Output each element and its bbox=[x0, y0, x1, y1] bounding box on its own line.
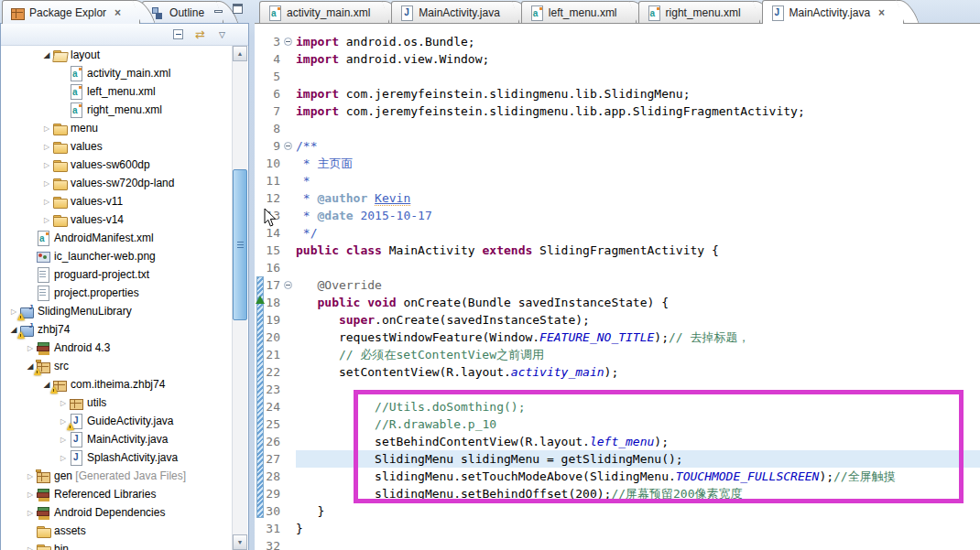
tree-item-com-itheima-zhbj74[interactable]: ◢com.itheima.zhbj74 bbox=[1, 375, 248, 394]
tree-item-menu[interactable]: ▷menu bbox=[1, 119, 248, 137]
editor-tab-left-menu-xml[interactable]: left_menu.xml bbox=[521, 1, 637, 24]
line-number[interactable]: 10 bbox=[255, 155, 282, 172]
line-number[interactable]: 32 bbox=[255, 537, 282, 550]
tree-item-bin[interactable]: ▷bin bbox=[1, 540, 248, 550]
code-line-22[interactable]: 22 setContentView(R.layout.activity_main… bbox=[255, 363, 980, 381]
line-number[interactable]: 11 bbox=[255, 172, 282, 189]
line-number[interactable]: 29 bbox=[255, 485, 282, 502]
editor-tab-activity-main-xml[interactable]: activity_main.xml bbox=[259, 1, 389, 24]
code-line-3[interactable]: 3import android.os.Bundle; bbox=[255, 33, 980, 50]
tree-item-referenced-libraries[interactable]: ▷Referenced Libraries bbox=[1, 485, 248, 503]
line-number[interactable]: 8 bbox=[255, 120, 282, 137]
line-number[interactable]: 21 bbox=[255, 346, 282, 363]
code-line-8[interactable]: 8 bbox=[255, 120, 980, 137]
code-line-5[interactable]: 5 bbox=[255, 68, 980, 85]
tree-item-src[interactable]: ◢src bbox=[1, 357, 248, 375]
code-line-32[interactable]: 32 bbox=[255, 537, 980, 550]
code-line-24[interactable]: 24 //Utils.doSomthing(); bbox=[255, 398, 980, 415]
tree-expand-arrow[interactable]: ▷ bbox=[41, 179, 52, 188]
line-number[interactable]: 26 bbox=[255, 433, 282, 450]
line-number[interactable]: 17 bbox=[255, 276, 282, 294]
code-line-9[interactable]: 9/** bbox=[255, 137, 980, 155]
line-number[interactable]: 19 bbox=[255, 311, 282, 329]
line-number[interactable]: 6 bbox=[255, 85, 282, 102]
tree-item-ic-launcher-web-png[interactable]: ic_launcher-web.png bbox=[1, 247, 248, 265]
java-editor[interactable]: 3import android.os.Bundle;4import androi… bbox=[255, 23, 980, 550]
line-number[interactable]: 30 bbox=[255, 502, 282, 520]
code-line-21[interactable]: 21 // 必须在setContentView之前调用 bbox=[255, 346, 980, 363]
line-number[interactable]: 20 bbox=[255, 329, 282, 346]
tree-expand-arrow[interactable]: ▷ bbox=[25, 491, 36, 499]
line-number[interactable]: 7 bbox=[255, 102, 282, 120]
tree-item-values-v11[interactable]: ▷values-v11 bbox=[1, 192, 248, 210]
tree-expand-arrow[interactable]: ▷ bbox=[25, 344, 36, 352]
scroll-up-button[interactable]: ▲ bbox=[233, 46, 247, 61]
line-number[interactable]: 23 bbox=[255, 381, 282, 398]
view-tab-package-explor[interactable]: Package Explor× bbox=[2, 0, 140, 24]
code-line-13[interactable]: 13 * @date 2015-10-17 bbox=[255, 207, 980, 224]
link-with-editor-button[interactable]: ⇄ bbox=[192, 27, 208, 42]
line-number[interactable]: 9 bbox=[255, 137, 282, 155]
tree-item-project-properties[interactable]: project.properties bbox=[1, 284, 248, 302]
line-number[interactable]: 5 bbox=[255, 68, 282, 85]
editor-tab-mainactivity-java[interactable]: MainActivity.java bbox=[391, 1, 518, 24]
code-line-14[interactable]: 14 */ bbox=[255, 224, 980, 242]
tree-item-values-sw720dp-land[interactable]: ▷values-sw720dp-land bbox=[1, 174, 248, 192]
tree-item-values-sw600dp[interactable]: ▷values-sw600dp bbox=[1, 156, 248, 174]
tree-item-androidmanifest-xml[interactable]: AndroidManifest.xml bbox=[1, 229, 248, 247]
editor-tab-right-menu-xml[interactable]: right_menu.xml bbox=[638, 1, 760, 24]
tree-item-assets[interactable]: assets bbox=[1, 522, 248, 540]
line-number[interactable]: 4 bbox=[255, 50, 282, 68]
line-number[interactable]: 31 bbox=[255, 520, 282, 537]
line-number[interactable]: 3 bbox=[255, 33, 282, 50]
code-line-4[interactable]: 4import android.view.Window; bbox=[255, 50, 980, 68]
tree-expand-arrow[interactable]: ◢ bbox=[41, 50, 52, 59]
tree-expand-arrow[interactable]: ▷ bbox=[41, 143, 52, 151]
tree-item-slidingmenulibrary[interactable]: ▷SlidingMenuLibrary bbox=[1, 302, 248, 320]
tree-item-guideactivity-java[interactable]: ▷GuideActivity.java bbox=[1, 412, 248, 430]
fold-collapse-icon[interactable] bbox=[284, 38, 292, 46]
tree-item-left-menu-xml[interactable]: left_menu.xml bbox=[1, 82, 248, 101]
code-line-19[interactable]: 19 super.onCreate(savedInstanceState); bbox=[255, 311, 980, 329]
code-line-27[interactable]: 27 SlidingMenu slidingMenu = getSlidingM… bbox=[255, 450, 980, 468]
tree-item-values[interactable]: ▷values bbox=[1, 137, 248, 156]
tree-item-utils[interactable]: ▷utils bbox=[1, 394, 248, 412]
tree-item-splashactivity-java[interactable]: ▷SplashActivity.java bbox=[1, 448, 248, 467]
tree-item-activity-main-xml[interactable]: activity_main.xml bbox=[1, 64, 248, 82]
tree-scrollbar[interactable]: ▲ ▼ bbox=[232, 46, 247, 550]
tree-expand-arrow[interactable]: ▷ bbox=[25, 509, 36, 517]
line-number[interactable]: 25 bbox=[255, 415, 282, 433]
code-line-28[interactable]: 28 slidingMenu.setTouchModeAbove(Sliding… bbox=[255, 468, 980, 485]
tree-item-zhbj74[interactable]: ◢zhbj74 bbox=[1, 320, 248, 339]
code-line-30[interactable]: 30 } bbox=[255, 502, 980, 520]
code-line-7[interactable]: 7import com.jeremyfeinstein.slidingmenu.… bbox=[255, 102, 980, 120]
scrollbar-thumb[interactable] bbox=[233, 169, 247, 320]
line-number[interactable]: 24 bbox=[255, 398, 282, 415]
tree-item-layout[interactable]: ◢layout bbox=[1, 46, 248, 64]
code-line-15[interactable]: 15public class MainActivity extends Slid… bbox=[255, 242, 980, 259]
line-number[interactable]: 15 bbox=[255, 242, 282, 259]
fold-collapse-icon[interactable] bbox=[284, 142, 292, 150]
maximize-view-button[interactable] bbox=[232, 4, 244, 14]
tree-expand-arrow[interactable]: ▷ bbox=[41, 161, 52, 169]
line-number[interactable]: 18 bbox=[255, 294, 282, 311]
tree-item-gen[interactable]: ▷gen [Generated Java Files] bbox=[1, 467, 248, 485]
tree-item-android-4-3[interactable]: ▷Android 4.3 bbox=[1, 339, 248, 357]
scroll-down-button[interactable]: ▼ bbox=[233, 534, 247, 550]
editor-tab-mainactivity-java[interactable]: MainActivity.java× bbox=[762, 0, 905, 24]
code-line-10[interactable]: 10 * 主页面 bbox=[255, 155, 980, 172]
tree-expand-arrow[interactable]: ▷ bbox=[58, 436, 69, 444]
line-number[interactable]: 12 bbox=[255, 189, 282, 207]
tree-item-values-v14[interactable]: ▷values-v14 bbox=[1, 210, 248, 229]
tree-item-proguard-project-txt[interactable]: proguard-project.txt bbox=[1, 265, 248, 284]
tree-item-android-dependencies[interactable]: ▷Android Dependencies bbox=[1, 503, 248, 522]
code-line-20[interactable]: 20 requestWindowFeature(Window.FEATURE_N… bbox=[255, 329, 980, 346]
tree-expand-arrow[interactable]: ▷ bbox=[58, 399, 69, 407]
line-number[interactable]: 13 bbox=[255, 207, 282, 224]
tree-expand-arrow[interactable]: ▷ bbox=[58, 454, 69, 462]
line-number[interactable]: 14 bbox=[255, 224, 282, 242]
code-line-17[interactable]: 17 @Override bbox=[255, 276, 980, 294]
tree-expand-arrow[interactable]: ▷ bbox=[41, 124, 52, 133]
code-line-12[interactable]: 12 * @author Kevin bbox=[255, 189, 980, 207]
tree-item-right-menu-xml[interactable]: right_menu.xml bbox=[1, 101, 248, 119]
